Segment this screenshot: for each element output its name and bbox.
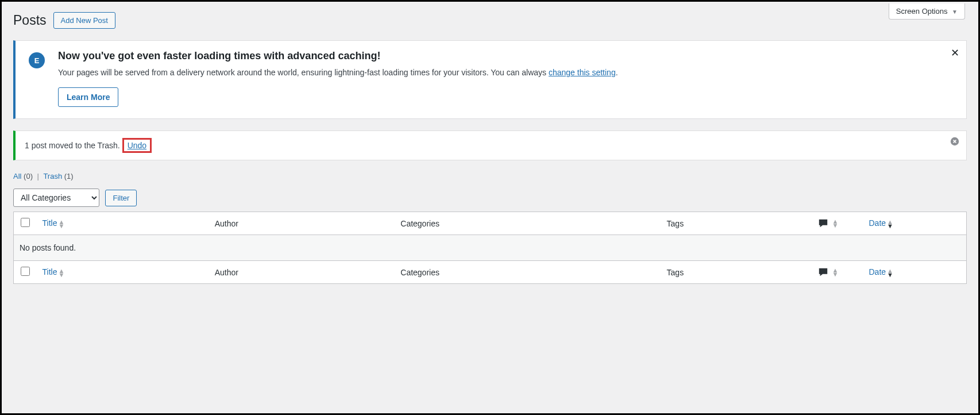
close-icon[interactable]: ✕ <box>951 47 959 59</box>
sort-icon: ▲▼ <box>58 269 63 277</box>
undo-notice: 1 post moved to the Trash. Undo <box>13 130 967 160</box>
sort-icon: ▲▼ <box>832 220 837 228</box>
column-date-label-footer: Date <box>869 267 886 276</box>
sort-icon: ▲▼ <box>887 220 892 228</box>
comments-icon <box>817 218 829 228</box>
column-tags-header: Tags <box>661 212 812 235</box>
column-comments-footer[interactable]: ▲▼ <box>812 261 863 284</box>
filter-trash-label: Trash <box>43 172 62 180</box>
select-all-checkbox[interactable] <box>21 218 30 227</box>
column-author-header: Author <box>209 212 395 235</box>
chevron-down-icon: ▼ <box>952 9 958 15</box>
filter-all-link[interactable]: All <box>13 172 21 180</box>
column-title-label: Title <box>43 218 57 228</box>
filter-button[interactable]: Filter <box>105 190 137 206</box>
filter-all-count: (0) <box>24 172 33 180</box>
column-comments-header[interactable]: ▲▼ <box>812 212 863 235</box>
posts-table: Title▲▼ Author Categories Tags ▲▼ Date▲▼… <box>13 212 967 284</box>
select-all-checkbox-footer[interactable] <box>21 267 30 276</box>
page-title: Posts <box>13 13 47 28</box>
select-all-footer <box>14 261 37 284</box>
caching-notice-banner: E Now you've got even faster loading tim… <box>13 40 967 119</box>
undo-highlight-box: Undo <box>122 138 152 153</box>
column-categories-header: Categories <box>395 212 661 235</box>
page-header: Posts Add New Post <box>13 2 967 40</box>
sort-icon: ▲▼ <box>832 268 837 276</box>
screen-options-button[interactable]: Screen Options ▼ <box>889 3 965 20</box>
post-status-filters: All (0) | Trash (1) <box>13 172 967 180</box>
screen-options-label: Screen Options <box>896 7 948 16</box>
column-date-footer[interactable]: Date▲▼ <box>863 261 967 284</box>
column-tags-footer: Tags <box>661 261 812 284</box>
column-title-label-footer: Title <box>43 267 57 276</box>
sort-icon: ▲▼ <box>58 220 63 228</box>
undo-link[interactable]: Undo <box>128 141 146 150</box>
notice-title: Now you've got even faster loading times… <box>58 50 955 62</box>
category-select[interactable]: All Categories <box>13 189 99 207</box>
column-author-footer: Author <box>209 261 395 284</box>
filter-separator: | <box>37 172 39 180</box>
select-all-header <box>14 212 37 235</box>
change-setting-link[interactable]: change this setting <box>549 68 616 77</box>
notice-icon-wrap: E <box>22 50 51 107</box>
column-title-footer[interactable]: Title▲▼ <box>37 261 209 284</box>
filter-trash-link[interactable]: Trash <box>43 172 62 180</box>
learn-more-button[interactable]: Learn More <box>58 87 118 107</box>
table-footer-row: Title▲▼ Author Categories Tags ▲▼ Date▲▼ <box>14 261 967 284</box>
undo-message: 1 post moved to the Trash. <box>25 141 120 150</box>
filter-trash-count: (1) <box>64 172 74 180</box>
add-new-post-button[interactable]: Add New Post <box>53 12 115 29</box>
column-categories-footer: Categories <box>395 261 661 284</box>
comments-icon <box>817 267 829 277</box>
notice-text-before: Your pages will be served from a deliver… <box>58 68 549 77</box>
category-filter-row: All Categories Filter <box>13 189 967 207</box>
table-header-row: Title▲▼ Author Categories Tags ▲▼ Date▲▼ <box>14 212 967 235</box>
column-date-label: Date <box>869 218 886 228</box>
notice-content: Now you've got even faster loading times… <box>51 50 955 107</box>
notice-text-after: . <box>616 68 618 77</box>
column-title-header[interactable]: Title▲▼ <box>37 212 209 235</box>
elementor-icon: E <box>29 52 45 68</box>
dismiss-icon[interactable] <box>950 137 959 148</box>
column-date-header[interactable]: Date▲▼ <box>863 212 967 235</box>
no-posts-message: No posts found. <box>14 235 967 261</box>
notice-text: Your pages will be served from a deliver… <box>58 68 955 77</box>
sort-icon: ▲▼ <box>887 269 892 277</box>
no-posts-row: No posts found. <box>14 235 967 261</box>
filter-all-label: All <box>13 172 21 180</box>
